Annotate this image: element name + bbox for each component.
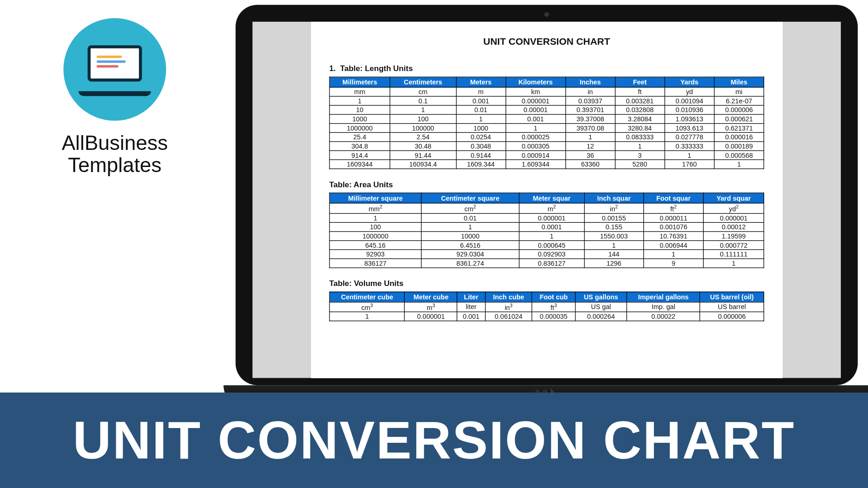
- table-unit-cell: m: [456, 87, 505, 96]
- table-row: 92903929.03040.09290314410.111111: [329, 250, 764, 259]
- table-cell: 0.000914: [506, 151, 566, 160]
- table-cell: 9: [643, 258, 703, 268]
- table-cell: 304.8: [329, 142, 390, 151]
- table-cell: 0.000189: [714, 142, 764, 151]
- table-cell: 1: [456, 114, 505, 124]
- table-cell: 12: [565, 142, 615, 151]
- table-cell: 100: [329, 222, 421, 232]
- table-cell: 0.111111: [704, 250, 764, 259]
- table-cell: 0.001076: [643, 222, 703, 232]
- table-cell: 0.000006: [700, 312, 764, 321]
- table-unit-cell: in2: [584, 203, 643, 213]
- table-cell: 0.001094: [664, 96, 714, 106]
- table-cell: 0.00155: [584, 213, 643, 222]
- table-cell: 1: [390, 105, 456, 114]
- table-row: 1609344160934.41609.3441.609344633605280…: [329, 160, 764, 169]
- table-cell: 25.4: [329, 132, 390, 142]
- table-cell: 0.393701: [565, 105, 615, 114]
- table-cell: 0.03937: [565, 96, 615, 106]
- table-cell: 0.032808: [615, 105, 664, 114]
- table-cell: 92903: [329, 250, 421, 259]
- table-row: 645.166.45160.00064510.0069440.000772: [329, 240, 764, 250]
- table-header-cell: Inches: [565, 77, 615, 87]
- table-cell: 3: [615, 151, 664, 160]
- table-header-cell: Meter cube: [405, 292, 457, 302]
- table-header-cell: Foot cub: [532, 292, 575, 302]
- table-header-cell: Meters: [456, 77, 505, 87]
- table-cell: 63360: [565, 160, 615, 169]
- table-cell: 0.061024: [485, 312, 532, 321]
- table-cell: 0.003281: [615, 96, 664, 106]
- table-cell: 1609.344: [456, 160, 505, 169]
- table-row: 10010.00010.1550.0010760.00012: [329, 222, 764, 232]
- table-unit-cell: mi: [714, 87, 764, 96]
- table-header-cell: Inch squar: [584, 193, 643, 203]
- table-cell: 0.01: [421, 213, 519, 222]
- table-row: 8361278361.2740.836127129691: [329, 258, 764, 268]
- table-unit-cell: cm3: [329, 302, 405, 312]
- table-cell: 1550.003: [584, 232, 643, 241]
- table-cell: 1.609344: [506, 160, 566, 169]
- table-header-cell: Yards: [664, 77, 714, 87]
- brand-logo-text: AllBusiness Templates: [36, 131, 193, 177]
- table-cell: 0.00012: [704, 222, 764, 232]
- table-cell: 0.3048: [456, 142, 505, 151]
- table-cell: 30.48: [390, 142, 456, 151]
- table-cell: 0.155: [584, 222, 643, 232]
- table-cell: 1000000: [329, 232, 421, 241]
- table-row: 25.42.540.02540.00002510.0833330.0277780…: [329, 132, 764, 142]
- table-cell: 0.027778: [664, 132, 714, 142]
- table-header-cell: Millimeter square: [329, 193, 421, 203]
- table-cell: 3280.84: [615, 124, 664, 133]
- table-unit-cell: ft3: [532, 302, 575, 312]
- table-row: 10.010.0000010.001550.0000110.000001: [329, 213, 764, 222]
- table-row: 914.491.440.91440.00091436310.000568: [329, 151, 764, 160]
- table-cell: 0.092903: [519, 250, 585, 259]
- table-cell: 0.836127: [519, 258, 585, 268]
- section-label-length: 1. Table: Length Units: [329, 64, 764, 73]
- table-cell: 1.19599: [704, 232, 764, 241]
- table-header-cell: Liter: [457, 292, 485, 302]
- table-cell: 1: [704, 258, 764, 268]
- table-header-cell: Centimeters: [390, 77, 456, 87]
- section-label-volume: Table: Volume Units: [329, 279, 764, 288]
- table-row: 304.830.480.30480.0003051210.3333330.000…: [329, 142, 764, 151]
- table-cell: 929.0304: [421, 250, 519, 259]
- laptop-mockup: UNIT CONVERSION CHART 1. Table: Length U…: [223, 5, 868, 415]
- table-cell: 1000: [456, 124, 505, 133]
- table-cell: 914.4: [329, 151, 390, 160]
- table-unit-cell: liter: [457, 302, 485, 312]
- table-unit-cell: Imp. gal: [627, 302, 700, 312]
- table-cell: 0.000016: [714, 132, 764, 142]
- table-header-cell: US barrel (oil): [700, 292, 764, 302]
- table-cell: 0.333333: [664, 142, 714, 151]
- table-cell: 1.093613: [664, 114, 714, 124]
- title-banner-text: UNIT CONVERSION CHART: [73, 410, 795, 471]
- table-cell: 1: [421, 222, 519, 232]
- table-unit-cell: yd: [664, 87, 714, 96]
- table-cell: 0.083333: [615, 132, 664, 142]
- document-title: UNIT CONVERSION CHART: [329, 36, 764, 48]
- table-cell: 8361.274: [421, 258, 519, 268]
- table-unit-cell: yd2: [704, 203, 764, 213]
- area-units-table: Millimeter squareCentimeter squareMeter …: [329, 193, 764, 268]
- table-cell: 0.001: [506, 114, 566, 124]
- table-header-cell: Inch cube: [485, 292, 532, 302]
- table-unit-cell: m3: [405, 302, 457, 312]
- table-cell: 1: [615, 142, 664, 151]
- table-cell: 1: [664, 151, 714, 160]
- table-header-cell: Centimeter square: [421, 193, 519, 203]
- brand-logo-icon: [63, 18, 166, 121]
- table-header-cell: Feet: [615, 77, 664, 87]
- table-unit-cell: ft: [615, 87, 664, 96]
- table-cell: 2.54: [390, 132, 456, 142]
- table-header-cell: Kilometers: [506, 77, 566, 87]
- table-row: 10.0000010.0010.0610240.0000350.0002640.…: [329, 312, 764, 321]
- table-cell: 0.621371: [714, 124, 764, 133]
- table-cell: 1: [565, 132, 615, 142]
- table-header-cell: US gallons: [575, 292, 627, 302]
- table-cell: 6.21e-07: [714, 96, 764, 106]
- table-cell: 0.006944: [643, 240, 703, 250]
- table-header-cell: Foot squar: [643, 193, 703, 203]
- table-cell: 160934.4: [390, 160, 456, 169]
